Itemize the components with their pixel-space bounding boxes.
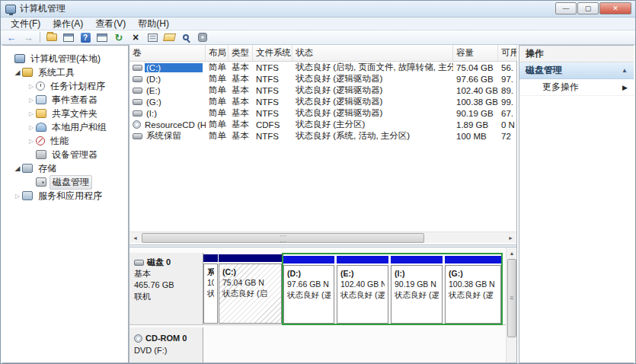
task-scheduler-icon bbox=[36, 81, 45, 91]
partition-system-reserved[interactable]: 系统 100 状态 bbox=[203, 254, 218, 324]
primary-partition-band bbox=[203, 254, 218, 262]
tree-item-event-viewer[interactable]: ▷ 事件查看器 bbox=[2, 93, 128, 107]
actions-panel-title: 操作 bbox=[519, 46, 634, 62]
folder-icon[interactable] bbox=[45, 31, 59, 43]
forward-icon[interactable]: → bbox=[21, 31, 35, 43]
expander-closed-icon[interactable]: ▷ bbox=[27, 97, 36, 104]
vertical-scrollbar[interactable]: ▲ bbox=[506, 247, 516, 362]
tree-item-disk-management[interactable]: 磁盘管理 bbox=[2, 175, 128, 189]
scroll-up-arrow-icon[interactable]: ▲ bbox=[507, 248, 516, 258]
partition-i[interactable]: (I:) 90.19 GB N 状态良好 (逻 bbox=[391, 256, 443, 324]
table-row-volume-c[interactable]: (C:) 简单 基本 NTFS 状态良好 (启动, 页面文件, 故障转储, 主分… bbox=[129, 62, 516, 73]
vertical-scrollbar-thumb[interactable] bbox=[507, 259, 516, 337]
disk-0-type: 基本 bbox=[134, 268, 198, 279]
disk-0-label[interactable]: 磁盘 0 基本 465.76 GB 联机 bbox=[129, 253, 203, 324]
refresh-icon[interactable]: ↻ bbox=[112, 31, 126, 43]
expander-closed-icon[interactable]: ▷ bbox=[27, 138, 36, 145]
disk-management-icon bbox=[36, 177, 46, 187]
menu-file[interactable]: 文件(F) bbox=[5, 17, 46, 31]
column-header-layout[interactable]: 布局 bbox=[206, 45, 229, 61]
menu-action[interactable]: 操作(A) bbox=[47, 17, 88, 31]
console-window-icon[interactable] bbox=[62, 31, 75, 43]
partition-g[interactable]: (G:) 100.38 GB N 状态良好 (逻 bbox=[445, 256, 501, 324]
logical-drive-band bbox=[283, 256, 334, 263]
column-header-type[interactable]: 类型 bbox=[229, 45, 253, 61]
drive-icon bbox=[133, 88, 142, 94]
snap-in-icon[interactable] bbox=[196, 31, 209, 43]
shared-folders-icon bbox=[36, 109, 46, 118]
logical-drive-band bbox=[337, 256, 388, 263]
logical-drive-band bbox=[445, 256, 501, 263]
table-row-volume-e[interactable]: (E:) 简单 基本 NTFS 状态良好 (逻辑驱动器) 102.40 GB 8… bbox=[129, 85, 516, 96]
tree-item-task-scheduler[interactable]: ▷ 任务计划程序 bbox=[2, 79, 128, 93]
drive-icon bbox=[133, 133, 142, 139]
tree-item-performance[interactable]: ▷ 性能 bbox=[2, 134, 128, 148]
partition-e[interactable]: (E:) 102.40 GB N 状态良好 (逻 bbox=[337, 256, 388, 324]
back-icon[interactable]: ← bbox=[5, 31, 18, 43]
minimize-button[interactable]: — bbox=[555, 2, 577, 14]
volume-list: 卷 布局 类型 文件系统 状态 容量 可用 (C:) 简单 基本 NTFS 状态… bbox=[129, 45, 516, 244]
logical-drive-band bbox=[391, 256, 443, 263]
toolbar-separator bbox=[40, 32, 40, 43]
table-row-volume-d[interactable]: (D:) 简单 基本 NTFS 状态良好 (逻辑驱动器) 97.66 GB 97… bbox=[129, 73, 516, 85]
column-header-filesystem[interactable]: 文件系统 bbox=[253, 45, 292, 61]
more-actions-item[interactable]: 更多操作 ▶ bbox=[519, 79, 634, 96]
expander-closed-icon[interactable]: ▷ bbox=[27, 110, 36, 117]
close-button[interactable]: ✕ bbox=[599, 2, 631, 14]
table-row-volume-resourcecd[interactable]: ResourceCD (H:) 简单 基本 CDFS 状态良好 (主分区) 1.… bbox=[129, 119, 516, 130]
window-title: 计算机管理 bbox=[20, 2, 66, 15]
tree-item-device-manager[interactable]: 设备管理器 bbox=[2, 148, 128, 161]
expander-open-icon[interactable]: ◢ bbox=[13, 164, 22, 172]
partition-c[interactable]: (C:) 75.04 GB N 状态良好 (启 bbox=[219, 254, 282, 324]
tree-item-system-tools[interactable]: ◢ 系统工具 bbox=[2, 65, 128, 79]
system-tools-icon bbox=[22, 68, 33, 77]
properties-icon[interactable] bbox=[145, 31, 159, 43]
table-row-volume-g[interactable]: (G:) 简单 基本 NTFS 状态良好 (逻辑驱动器) 100.38 GB 9… bbox=[129, 96, 516, 107]
content-area: 计算机管理(本地) ◢ 系统工具 ▷ 任务计划程序 ▷ 事件查看器 ▷ 共享文件… bbox=[1, 45, 635, 363]
column-header-free[interactable]: 可用 bbox=[498, 45, 517, 61]
tree-item-computer-management[interactable]: 计算机管理(本地) bbox=[2, 52, 128, 65]
actions-panel: 操作 磁盘管理 ▲ 更多操作 ▶ bbox=[519, 45, 634, 363]
scroll-right-arrow-icon[interactable]: ► bbox=[505, 233, 516, 243]
disk-0-size: 465.76 GB bbox=[134, 279, 198, 291]
table-row-volume-system-reserved[interactable]: 系统保留 简单 基本 NTFS 状态良好 (系统, 活动, 主分区) 100 M… bbox=[129, 130, 516, 142]
toolbar: ← → ? ↻ × bbox=[1, 30, 635, 45]
actions-section-disk-management[interactable]: 磁盘管理 ▲ bbox=[519, 62, 634, 79]
table-row-volume-i[interactable]: (I:) 简单 基本 NTFS 状态良好 (逻辑驱动器) 90.19 GB 67… bbox=[129, 107, 516, 119]
collapse-icon[interactable]: ▲ bbox=[622, 67, 628, 74]
expander-closed-icon[interactable]: ▷ bbox=[13, 193, 22, 200]
column-header-volume[interactable]: 卷 bbox=[129, 45, 206, 61]
tree-item-services-apps[interactable]: ▷ 服务和应用程序 bbox=[2, 189, 128, 203]
partition-d[interactable]: (D:) 97.66 GB N 状态良好 (逻 bbox=[283, 256, 334, 324]
expander-closed-icon[interactable]: ▷ bbox=[27, 83, 36, 90]
expander-open-icon[interactable]: ◢ bbox=[13, 69, 22, 76]
tree-item-local-users[interactable]: ▷ 本地用户和组 bbox=[2, 120, 128, 134]
maximize-button[interactable]: ▢ bbox=[577, 2, 599, 14]
cdrom-0-row: CD-ROM 0 DVD (F:) bbox=[129, 327, 506, 362]
horizontal-scrollbar[interactable]: ◄ ► bbox=[129, 231, 516, 243]
column-header-capacity[interactable]: 容量 bbox=[453, 45, 498, 61]
open-folder-icon[interactable] bbox=[162, 31, 176, 43]
search-icon[interactable] bbox=[179, 31, 193, 43]
cdrom-media: DVD (F:) bbox=[134, 344, 198, 356]
console-window-icon[interactable] bbox=[95, 31, 109, 43]
menu-help[interactable]: 帮助(H) bbox=[133, 17, 174, 31]
scroll-left-arrow-icon[interactable]: ◄ bbox=[129, 233, 141, 243]
local-users-icon bbox=[36, 123, 46, 132]
drive-icon bbox=[133, 110, 142, 117]
title-bar[interactable]: 计算机管理 — ▢ ✕ bbox=[1, 1, 635, 18]
delete-icon[interactable]: × bbox=[129, 31, 142, 43]
column-header-status[interactable]: 状态 bbox=[292, 45, 453, 61]
performance-icon bbox=[36, 136, 45, 145]
app-icon bbox=[5, 5, 16, 14]
device-manager-icon bbox=[36, 150, 46, 159]
menu-view[interactable]: 查看(V) bbox=[90, 17, 131, 31]
expander-closed-icon[interactable]: ▷ bbox=[27, 124, 36, 131]
horizontal-scrollbar-thumb[interactable] bbox=[142, 233, 424, 243]
tree-item-storage[interactable]: ◢ 存储 bbox=[2, 161, 128, 175]
tree-item-shared-folders[interactable]: ▷ 共享文件夹 bbox=[2, 107, 128, 120]
help-icon[interactable]: ? bbox=[78, 31, 92, 43]
computer-icon bbox=[14, 54, 25, 63]
cdrom-0-label[interactable]: CD-ROM 0 DVD (F:) bbox=[129, 327, 203, 362]
volume-list-header: 卷 布局 类型 文件系统 状态 容量 可用 bbox=[129, 45, 516, 62]
